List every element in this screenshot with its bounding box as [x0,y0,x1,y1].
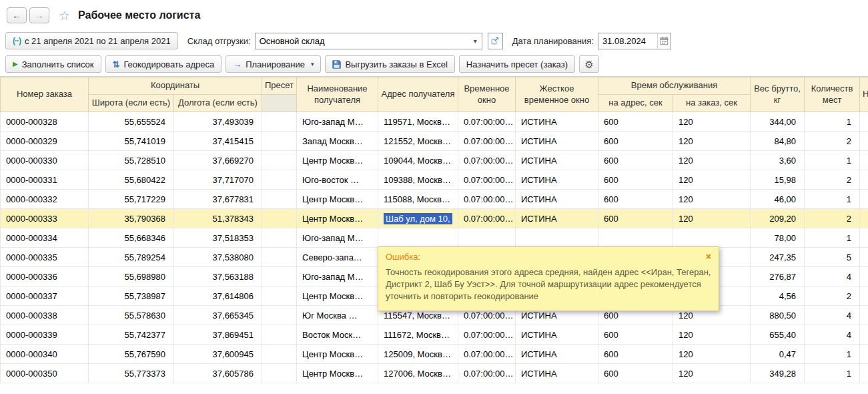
table-row[interactable]: 0000-00033055,72851037,669270Центр Москв… [1,151,868,170]
cell-extra[interactable] [860,325,868,345]
cell-name[interactable]: Центр Москв… [297,364,378,383]
cell-number[interactable]: 0000-000336 [1,267,89,286]
cell-svc_address[interactable]: 600 [598,364,673,383]
cell-places[interactable]: 1 [805,112,860,132]
cell-places[interactable]: 4 [805,306,860,325]
cell-weight[interactable]: 247,35 [751,248,805,267]
cell-weight[interactable]: 0,47 [751,345,805,364]
cell-weight[interactable]: 880,50 [751,306,805,325]
geocode-button[interactable]: ⇅ Геокодировать адреса [105,55,222,73]
cell-latitude[interactable]: 55,742377 [89,325,174,345]
cell-hard[interactable] [516,228,598,248]
cell-address[interactable]: 109044, Москв… [378,151,458,170]
col-header-time-window[interactable]: Временное окно [458,77,516,112]
cell-window[interactable] [458,228,516,248]
table-row[interactable]: 0000-00032955,74101937,415415Запад Москв… [1,132,868,151]
col-header-coordinates[interactable]: Координаты [89,77,262,95]
cell-svc_address[interactable]: 600 [598,190,673,209]
cell-preset[interactable] [262,132,297,151]
cell-latitude[interactable]: 55,741019 [89,132,174,151]
cell-longitude[interactable]: 37,600945 [174,345,262,364]
cell-longitude[interactable]: 37,493039 [174,112,262,132]
cell-latitude[interactable]: 55,668346 [89,228,174,248]
cell-number[interactable]: 0000-000335 [1,248,89,267]
cell-extra[interactable] [860,190,868,209]
cell-address[interactable] [378,228,458,248]
col-header-hard-window[interactable]: Жесткое временное окно [516,77,598,112]
cell-places[interactable]: 2 [805,209,860,228]
cell-svc_address[interactable]: 600 [598,325,673,345]
cell-longitude[interactable]: 37,605786 [174,364,262,383]
cell-weight[interactable]: 4,56 [751,286,805,306]
cell-window[interactable]: 0.07:00:00… [458,209,516,228]
cell-number[interactable]: 0000-000329 [1,132,89,151]
cell-latitude[interactable]: 55,728510 [89,151,174,170]
cell-hard[interactable]: ИСТИНА [516,170,598,190]
cell-preset[interactable] [262,267,297,286]
cell-places[interactable]: 1 [805,364,860,383]
cell-name[interactable]: Юго-запад М… [297,228,378,248]
cell-longitude[interactable]: 51,378343 [174,209,262,228]
cell-address[interactable]: 127006, Москв… [378,364,458,383]
table-row[interactable]: 0000-00033955,74237737,869451Восток Моск… [1,325,868,345]
cell-longitude[interactable]: 37,717070 [174,170,262,190]
cell-name[interactable]: Центр Москв… [297,209,378,228]
cell-svc_order[interactable]: 120 [673,325,751,345]
cell-extra[interactable] [860,286,868,306]
cell-address[interactable]: 125009, Москв… [378,345,458,364]
cell-latitude[interactable]: 55,655524 [89,112,174,132]
cell-address[interactable]: 121552, Москв… [378,132,458,151]
cell-weight[interactable]: 209,20 [751,209,805,228]
table-row[interactable]: 0000-00033155,68042237,717070Юго-восток … [1,170,868,190]
cell-extra[interactable] [860,112,868,132]
cell-window[interactable]: 0.07:00:00… [458,112,516,132]
cell-preset[interactable] [262,228,297,248]
cell-svc_address[interactable] [598,228,673,248]
cell-hard[interactable]: ИСТИНА [516,151,598,170]
cell-number[interactable]: 0000-000332 [1,190,89,209]
cell-number[interactable]: 0000-000337 [1,286,89,306]
cell-hard[interactable]: ИСТИНА [516,364,598,383]
cell-name[interactable]: Юг Москва … [297,306,378,325]
col-header-svc-address[interactable]: на адрес, сек [598,95,673,112]
cell-extra[interactable] [860,364,868,383]
cell-name[interactable]: Центр Москв… [297,286,378,306]
cell-name[interactable]: Центр Москв… [297,151,378,170]
cell-longitude[interactable]: 37,665345 [174,306,262,325]
cell-hard[interactable]: ИСТИНА [516,190,598,209]
cell-number[interactable]: 0000-000328 [1,112,89,132]
cell-longitude[interactable]: 37,669270 [174,151,262,170]
col-header-service-time[interactable]: Время обслуживания [598,77,751,95]
cell-hard[interactable]: ИСТИНА [516,345,598,364]
cell-weight[interactable]: 276,87 [751,267,805,286]
cell-latitude[interactable]: 55,717229 [89,190,174,209]
cell-svc_order[interactable]: 120 [673,151,751,170]
cell-window[interactable]: 0.07:00:00… [458,190,516,209]
cell-extra[interactable] [860,306,868,325]
cell-latitude[interactable]: 55,773373 [89,364,174,383]
cell-address[interactable]: Шаб ул, дом 10, [378,209,458,228]
cell-window[interactable]: 0.07:00:00… [458,151,516,170]
cell-preset[interactable] [262,151,297,170]
cell-latitude[interactable]: 55,789254 [89,248,174,267]
cell-svc_address[interactable]: 600 [598,151,673,170]
calendar-button[interactable] [658,33,671,49]
col-header-weight[interactable]: Вес брутто, кг [751,77,805,112]
cell-latitude[interactable]: 55,698980 [89,267,174,286]
back-button[interactable]: ← [7,7,27,23]
col-header-preset[interactable]: Пресет [262,77,297,95]
cell-hard[interactable]: ИСТИНА [516,132,598,151]
table-row[interactable]: 0000-00034055,76759037,600945Центр Москв… [1,345,868,364]
cell-svc_address[interactable]: 600 [598,209,673,228]
cell-places[interactable]: 2 [805,286,860,306]
cell-window[interactable]: 0.07:00:00… [458,345,516,364]
cell-name[interactable]: Юго-запад М… [297,267,378,286]
col-header-recipient-name[interactable]: Наименование получателя [297,77,378,112]
cell-weight[interactable]: 655,40 [751,325,805,345]
cell-svc_order[interactable]: 120 [673,190,751,209]
col-header-longitude[interactable]: Долгота (если есть) [174,95,262,112]
cell-svc_order[interactable]: 120 [673,112,751,132]
cell-svc_order[interactable]: 120 [673,209,751,228]
cell-number[interactable]: 0000-000338 [1,306,89,325]
cell-extra[interactable] [860,248,868,267]
